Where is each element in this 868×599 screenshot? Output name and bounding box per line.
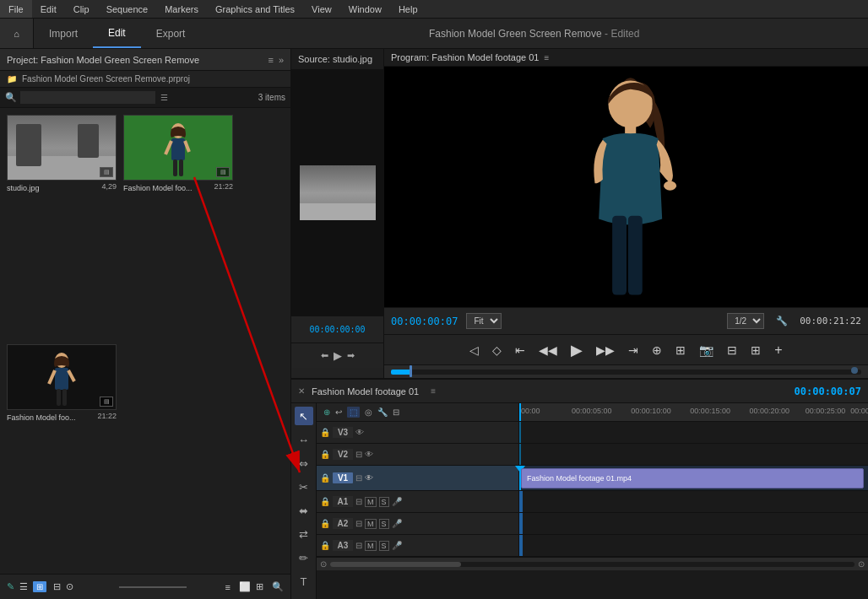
- tab-edit[interactable]: Edit: [93, 19, 141, 48]
- icon-expand2[interactable]: ⬜: [239, 581, 251, 592]
- go-to-out-btn[interactable]: ⇥: [625, 342, 642, 359]
- mark-in-btn[interactable]: ◁: [466, 342, 482, 359]
- icon-list2[interactable]: ≡: [225, 582, 231, 592]
- list-icon[interactable]: ☰: [19, 581, 28, 592]
- select-tool[interactable]: ↖: [295, 407, 313, 425]
- export-frame-btn[interactable]: 📷: [696, 342, 717, 359]
- track-sync-a2[interactable]: ⊟: [355, 519, 362, 528]
- btn-plus[interactable]: +: [771, 341, 785, 359]
- src-btn3[interactable]: ➡: [347, 350, 355, 361]
- track-s-a2[interactable]: S: [379, 519, 389, 529]
- linked-select-icon[interactable]: ⬚: [347, 407, 360, 418]
- list-view-icon[interactable]: ☰: [160, 93, 168, 102]
- scroll-right-icon[interactable]: ⊙: [858, 559, 865, 569]
- track-sync-a3[interactable]: ⊟: [355, 541, 362, 550]
- btn-extra1[interactable]: ⊟: [724, 342, 741, 359]
- bin-icon[interactable]: ⊞: [33, 581, 46, 592]
- play-button[interactable]: ▶: [567, 339, 586, 361]
- icon-grid[interactable]: ⊞: [256, 581, 263, 592]
- razor-tool[interactable]: ✂: [295, 478, 313, 496]
- hand-tool[interactable]: ✋: [295, 596, 313, 599]
- clip-icon[interactable]: ⊟: [393, 407, 399, 417]
- tab-import[interactable]: Import: [34, 19, 93, 48]
- menu-file[interactable]: File: [0, 0, 32, 18]
- scroll-left-icon[interactable]: ⊙: [320, 559, 327, 569]
- ripple-tool[interactable]: ↔: [295, 430, 313, 449]
- track-s-a3[interactable]: S: [379, 541, 389, 551]
- track-mic-a1[interactable]: 🎤: [392, 497, 402, 506]
- menu-graphics[interactable]: Graphics and Titles: [207, 0, 303, 18]
- quality-selector[interactable]: 1/2: [727, 313, 764, 329]
- slip-tool[interactable]: ⬌: [295, 501, 313, 520]
- step-fwd-btn[interactable]: ▶▶: [593, 342, 618, 359]
- overwrite-btn[interactable]: ⊞: [672, 342, 689, 359]
- scrubber-head[interactable]: [410, 365, 412, 377]
- menu-markers[interactable]: Markers: [156, 0, 207, 18]
- menu-window[interactable]: Window: [340, 0, 390, 18]
- track-m-a1[interactable]: M: [365, 497, 377, 507]
- icon-5[interactable]: ⊙: [66, 581, 73, 592]
- track-lock-a3[interactable]: 🔒: [320, 541, 330, 550]
- menu-sequence[interactable]: Sequence: [98, 0, 157, 18]
- track-mic-a2[interactable]: 🎤: [392, 519, 402, 528]
- menu-edit[interactable]: Edit: [32, 0, 65, 18]
- target-icon[interactable]: ◎: [365, 407, 372, 417]
- scrubber-bar[interactable]: [384, 364, 868, 378]
- fit-selector[interactable]: Fit: [466, 313, 502, 329]
- track-eye-v2[interactable]: 👁: [365, 450, 373, 459]
- slide-tool[interactable]: ⇄: [295, 525, 313, 543]
- step-back-btn[interactable]: ◀◀: [535, 342, 561, 359]
- track-eye-v3[interactable]: 👁: [355, 428, 364, 437]
- src-btn1[interactable]: ⬅: [321, 350, 328, 361]
- type-tool[interactable]: T: [295, 572, 313, 591]
- go-to-in-btn[interactable]: ⇤: [512, 342, 529, 359]
- track-lock-a2[interactable]: 🔒: [320, 519, 330, 528]
- program-menu-icon[interactable]: ≡: [545, 53, 550, 62]
- mark-out-btn[interactable]: ◇: [489, 342, 505, 359]
- menu-help[interactable]: Help: [390, 0, 426, 18]
- tab-export[interactable]: Export: [141, 19, 201, 48]
- menu-view[interactable]: View: [303, 0, 340, 18]
- btn-extra2[interactable]: ⊞: [747, 342, 764, 359]
- scroll-track[interactable]: [330, 562, 854, 567]
- timeline-close-btn[interactable]: ✕: [298, 386, 305, 396]
- track-name-v2[interactable]: V2: [333, 449, 353, 460]
- track-lock-v1[interactable]: 🔒: [320, 473, 330, 483]
- track-s-a1[interactable]: S: [379, 497, 389, 507]
- home-button[interactable]: ⌂: [0, 19, 34, 48]
- pen-tool[interactable]: ✏: [295, 548, 313, 567]
- scroll-thumb[interactable]: [330, 562, 461, 567]
- menu-clip[interactable]: Clip: [65, 0, 98, 18]
- panel-expand-icon[interactable]: »: [279, 55, 284, 65]
- track-sync-v2[interactable]: ⊟: [355, 450, 362, 459]
- track-name-a2[interactable]: A2: [333, 518, 353, 529]
- icon-4[interactable]: ⊟: [53, 581, 61, 592]
- media-item-black[interactable]: ▤ Fashion Model foo... 21:22: [7, 344, 117, 567]
- track-lock-v3[interactable]: 🔒: [320, 428, 330, 437]
- panel-menu-icon[interactable]: ≡: [268, 55, 273, 65]
- track-lock-v2[interactable]: 🔒: [320, 450, 330, 459]
- insert-btn[interactable]: ⊕: [648, 342, 665, 359]
- track-lock-a1[interactable]: 🔒: [320, 497, 330, 506]
- media-item-green[interactable]: ▤ Fashion Model foo... 21:22: [123, 115, 233, 337]
- video-clip[interactable]: Fashion Model footage 01.mp4: [521, 468, 864, 488]
- track-name-v1[interactable]: V1: [333, 472, 353, 483]
- track-sync-v1[interactable]: ⊟: [355, 473, 362, 483]
- track-sync-a1[interactable]: ⊟: [355, 497, 362, 506]
- src-play[interactable]: ▶: [334, 349, 342, 362]
- track-name-a3[interactable]: A3: [333, 540, 353, 551]
- timeline-menu-icon[interactable]: ≡: [431, 386, 436, 396]
- wrench-icon[interactable]: 🔧: [776, 316, 788, 326]
- track-m-a2[interactable]: M: [365, 519, 377, 529]
- track-eye-v1[interactable]: 👁: [365, 473, 373, 483]
- search-bottom-icon[interactable]: 🔍: [272, 581, 284, 592]
- rolling-tool[interactable]: ⇔: [295, 454, 313, 472]
- track-name-v3[interactable]: V3: [333, 427, 353, 438]
- snap-icon[interactable]: 🔧: [377, 407, 388, 417]
- track-name-a1[interactable]: A1: [333, 496, 353, 507]
- size-slider[interactable]: [119, 586, 187, 588]
- search-input[interactable]: [20, 91, 155, 104]
- magnet-icon[interactable]: ⊕: [323, 407, 330, 417]
- track-m-a3[interactable]: M: [365, 541, 377, 551]
- track-menu-icon[interactable]: ↩: [335, 407, 342, 417]
